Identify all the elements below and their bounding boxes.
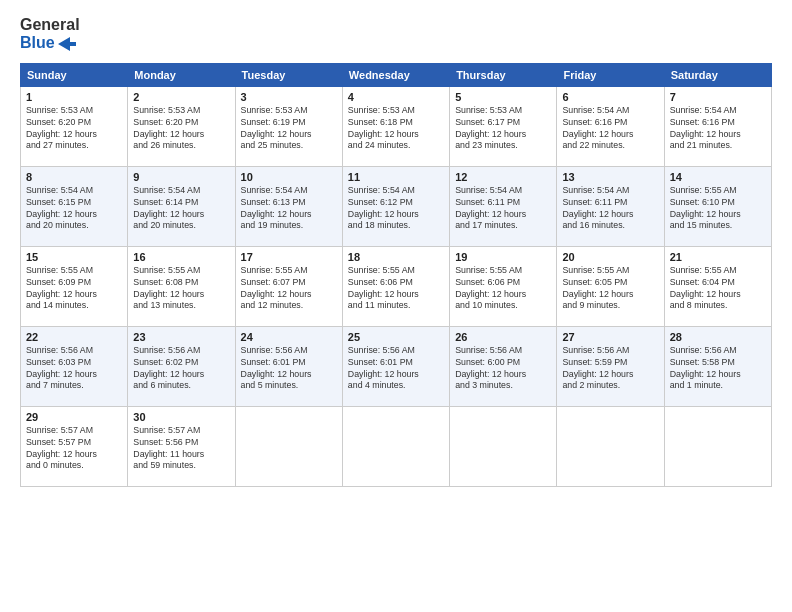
day-info: Sunrise: 5:55 AM Sunset: 6:04 PM Dayligh…	[670, 265, 766, 313]
day-cell: 16Sunrise: 5:55 AM Sunset: 6:08 PM Dayli…	[128, 246, 235, 326]
day-info: Sunrise: 5:55 AM Sunset: 6:09 PM Dayligh…	[26, 265, 122, 313]
day-cell: 4Sunrise: 5:53 AM Sunset: 6:18 PM Daylig…	[342, 86, 449, 166]
col-header-wednesday: Wednesday	[342, 63, 449, 86]
day-info: Sunrise: 5:54 AM Sunset: 6:16 PM Dayligh…	[562, 105, 658, 153]
day-info: Sunrise: 5:55 AM Sunset: 6:06 PM Dayligh…	[348, 265, 444, 313]
logo-general: General	[20, 16, 80, 34]
day-cell: 12Sunrise: 5:54 AM Sunset: 6:11 PM Dayli…	[450, 166, 557, 246]
col-header-thursday: Thursday	[450, 63, 557, 86]
day-number: 28	[670, 331, 766, 343]
day-cell: 2Sunrise: 5:53 AM Sunset: 6:20 PM Daylig…	[128, 86, 235, 166]
day-info: Sunrise: 5:54 AM Sunset: 6:13 PM Dayligh…	[241, 185, 337, 233]
week-row-3: 15Sunrise: 5:55 AM Sunset: 6:09 PM Dayli…	[21, 246, 772, 326]
day-cell: 10Sunrise: 5:54 AM Sunset: 6:13 PM Dayli…	[235, 166, 342, 246]
day-cell: 19Sunrise: 5:55 AM Sunset: 6:06 PM Dayli…	[450, 246, 557, 326]
day-number: 11	[348, 171, 444, 183]
day-info: Sunrise: 5:55 AM Sunset: 6:07 PM Dayligh…	[241, 265, 337, 313]
day-info: Sunrise: 5:53 AM Sunset: 6:20 PM Dayligh…	[26, 105, 122, 153]
day-cell: 26Sunrise: 5:56 AM Sunset: 6:00 PM Dayli…	[450, 326, 557, 406]
day-cell	[557, 406, 664, 486]
day-number: 20	[562, 251, 658, 263]
day-info: Sunrise: 5:55 AM Sunset: 6:05 PM Dayligh…	[562, 265, 658, 313]
day-cell: 21Sunrise: 5:55 AM Sunset: 6:04 PM Dayli…	[664, 246, 771, 326]
day-info: Sunrise: 5:55 AM Sunset: 6:10 PM Dayligh…	[670, 185, 766, 233]
day-number: 3	[241, 91, 337, 103]
day-number: 30	[133, 411, 229, 423]
day-info: Sunrise: 5:54 AM Sunset: 6:11 PM Dayligh…	[562, 185, 658, 233]
day-info: Sunrise: 5:54 AM Sunset: 6:15 PM Dayligh…	[26, 185, 122, 233]
day-cell	[235, 406, 342, 486]
day-number: 12	[455, 171, 551, 183]
day-number: 8	[26, 171, 122, 183]
day-info: Sunrise: 5:56 AM Sunset: 5:58 PM Dayligh…	[670, 345, 766, 393]
day-info: Sunrise: 5:56 AM Sunset: 6:01 PM Dayligh…	[348, 345, 444, 393]
calendar-table: SundayMondayTuesdayWednesdayThursdayFrid…	[20, 63, 772, 487]
day-number: 19	[455, 251, 551, 263]
day-cell: 14Sunrise: 5:55 AM Sunset: 6:10 PM Dayli…	[664, 166, 771, 246]
week-row-2: 8Sunrise: 5:54 AM Sunset: 6:15 PM Daylig…	[21, 166, 772, 246]
day-cell: 3Sunrise: 5:53 AM Sunset: 6:19 PM Daylig…	[235, 86, 342, 166]
calendar-header-row: SundayMondayTuesdayWednesdayThursdayFrid…	[21, 63, 772, 86]
day-info: Sunrise: 5:54 AM Sunset: 6:14 PM Dayligh…	[133, 185, 229, 233]
day-cell: 25Sunrise: 5:56 AM Sunset: 6:01 PM Dayli…	[342, 326, 449, 406]
day-number: 17	[241, 251, 337, 263]
day-number: 1	[26, 91, 122, 103]
day-number: 18	[348, 251, 444, 263]
week-row-5: 29Sunrise: 5:57 AM Sunset: 5:57 PM Dayli…	[21, 406, 772, 486]
day-cell: 22Sunrise: 5:56 AM Sunset: 6:03 PM Dayli…	[21, 326, 128, 406]
day-cell: 17Sunrise: 5:55 AM Sunset: 6:07 PM Dayli…	[235, 246, 342, 326]
day-cell: 23Sunrise: 5:56 AM Sunset: 6:02 PM Dayli…	[128, 326, 235, 406]
day-number: 13	[562, 171, 658, 183]
day-number: 6	[562, 91, 658, 103]
day-cell: 20Sunrise: 5:55 AM Sunset: 6:05 PM Dayli…	[557, 246, 664, 326]
day-cell: 24Sunrise: 5:56 AM Sunset: 6:01 PM Dayli…	[235, 326, 342, 406]
col-header-saturday: Saturday	[664, 63, 771, 86]
day-number: 22	[26, 331, 122, 343]
day-cell: 8Sunrise: 5:54 AM Sunset: 6:15 PM Daylig…	[21, 166, 128, 246]
header: General Blue	[20, 16, 772, 53]
day-cell: 1Sunrise: 5:53 AM Sunset: 6:20 PM Daylig…	[21, 86, 128, 166]
day-cell: 27Sunrise: 5:56 AM Sunset: 5:59 PM Dayli…	[557, 326, 664, 406]
day-number: 9	[133, 171, 229, 183]
day-number: 5	[455, 91, 551, 103]
day-cell: 13Sunrise: 5:54 AM Sunset: 6:11 PM Dayli…	[557, 166, 664, 246]
day-cell: 11Sunrise: 5:54 AM Sunset: 6:12 PM Dayli…	[342, 166, 449, 246]
col-header-tuesday: Tuesday	[235, 63, 342, 86]
day-info: Sunrise: 5:53 AM Sunset: 6:19 PM Dayligh…	[241, 105, 337, 153]
day-info: Sunrise: 5:53 AM Sunset: 6:18 PM Dayligh…	[348, 105, 444, 153]
day-number: 14	[670, 171, 766, 183]
day-info: Sunrise: 5:57 AM Sunset: 5:56 PM Dayligh…	[133, 425, 229, 473]
day-number: 29	[26, 411, 122, 423]
day-info: Sunrise: 5:54 AM Sunset: 6:16 PM Dayligh…	[670, 105, 766, 153]
week-row-4: 22Sunrise: 5:56 AM Sunset: 6:03 PM Dayli…	[21, 326, 772, 406]
day-number: 10	[241, 171, 337, 183]
day-cell: 30Sunrise: 5:57 AM Sunset: 5:56 PM Dayli…	[128, 406, 235, 486]
day-info: Sunrise: 5:53 AM Sunset: 6:20 PM Dayligh…	[133, 105, 229, 153]
day-number: 16	[133, 251, 229, 263]
logo-blue: Blue	[20, 34, 80, 52]
day-info: Sunrise: 5:55 AM Sunset: 6:06 PM Dayligh…	[455, 265, 551, 313]
day-info: Sunrise: 5:54 AM Sunset: 6:11 PM Dayligh…	[455, 185, 551, 233]
day-number: 24	[241, 331, 337, 343]
day-cell: 5Sunrise: 5:53 AM Sunset: 6:17 PM Daylig…	[450, 86, 557, 166]
day-cell: 6Sunrise: 5:54 AM Sunset: 6:16 PM Daylig…	[557, 86, 664, 166]
day-cell	[342, 406, 449, 486]
day-cell: 7Sunrise: 5:54 AM Sunset: 6:16 PM Daylig…	[664, 86, 771, 166]
day-info: Sunrise: 5:56 AM Sunset: 6:03 PM Dayligh…	[26, 345, 122, 393]
day-cell: 18Sunrise: 5:55 AM Sunset: 6:06 PM Dayli…	[342, 246, 449, 326]
col-header-sunday: Sunday	[21, 63, 128, 86]
day-info: Sunrise: 5:56 AM Sunset: 6:00 PM Dayligh…	[455, 345, 551, 393]
day-info: Sunrise: 5:55 AM Sunset: 6:08 PM Dayligh…	[133, 265, 229, 313]
week-row-1: 1Sunrise: 5:53 AM Sunset: 6:20 PM Daylig…	[21, 86, 772, 166]
day-info: Sunrise: 5:53 AM Sunset: 6:17 PM Dayligh…	[455, 105, 551, 153]
day-number: 27	[562, 331, 658, 343]
day-number: 2	[133, 91, 229, 103]
svg-marker-0	[58, 37, 76, 51]
day-number: 26	[455, 331, 551, 343]
day-number: 4	[348, 91, 444, 103]
day-number: 23	[133, 331, 229, 343]
day-cell: 9Sunrise: 5:54 AM Sunset: 6:14 PM Daylig…	[128, 166, 235, 246]
day-cell: 15Sunrise: 5:55 AM Sunset: 6:09 PM Dayli…	[21, 246, 128, 326]
day-cell: 28Sunrise: 5:56 AM Sunset: 5:58 PM Dayli…	[664, 326, 771, 406]
day-info: Sunrise: 5:56 AM Sunset: 6:01 PM Dayligh…	[241, 345, 337, 393]
